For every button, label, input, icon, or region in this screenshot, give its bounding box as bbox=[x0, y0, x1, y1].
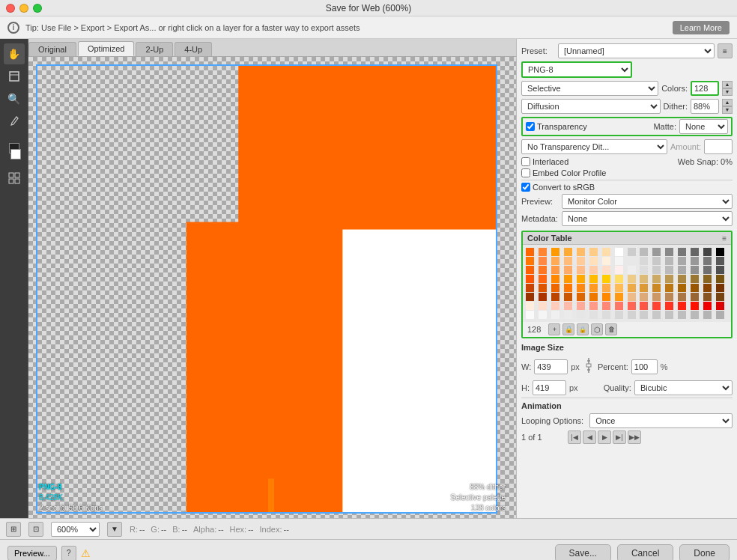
color-swatch-10[interactable] bbox=[652, 248, 661, 256]
amount-input[interactable] bbox=[704, 139, 733, 154]
color-swatch-109[interactable] bbox=[691, 302, 699, 310]
color-swatch-58[interactable] bbox=[652, 275, 661, 283]
color-swatch-60[interactable] bbox=[678, 275, 686, 283]
color-swatch-87[interactable] bbox=[615, 293, 623, 301]
interlaced-label[interactable]: Interlaced bbox=[521, 157, 568, 166]
color-swatch-52[interactable] bbox=[577, 275, 585, 283]
convert-srgb-label[interactable]: Convert to sRGB bbox=[521, 183, 595, 192]
delete-color-icon[interactable]: 🗑 bbox=[605, 323, 617, 335]
lock-color-icon[interactable]: 🔒 bbox=[562, 323, 574, 335]
color-swatch-36[interactable] bbox=[577, 266, 585, 274]
color-swatch-42[interactable] bbox=[652, 266, 661, 274]
close-button[interactable] bbox=[6, 4, 15, 13]
new2-color-icon[interactable]: ⬡ bbox=[591, 323, 603, 335]
color-swatch-75[interactable] bbox=[665, 284, 673, 292]
percent-input[interactable] bbox=[631, 359, 658, 374]
color-swatch-4[interactable] bbox=[577, 248, 585, 256]
color-swatch-77[interactable] bbox=[691, 284, 699, 292]
color-swatch-48[interactable] bbox=[526, 275, 534, 283]
color-swatch-122[interactable] bbox=[652, 311, 661, 319]
color-swatch-89[interactable] bbox=[640, 293, 648, 301]
color-swatch-11[interactable] bbox=[665, 248, 673, 256]
color-swatch-95[interactable] bbox=[716, 293, 724, 301]
metadata-select[interactable]: None bbox=[562, 211, 733, 226]
color-swatch-117[interactable] bbox=[589, 311, 598, 319]
zoom-tool[interactable]: 🔍 bbox=[4, 88, 25, 109]
color-swatch-64[interactable] bbox=[526, 284, 534, 292]
color-swatch-35[interactable] bbox=[564, 266, 572, 274]
color-swatch-85[interactable] bbox=[589, 293, 598, 301]
color-swatch-97[interactable] bbox=[539, 302, 547, 310]
matte-select[interactable]: None bbox=[679, 119, 728, 134]
color-swatch-23[interactable] bbox=[615, 257, 623, 265]
color-swatch-12[interactable] bbox=[678, 248, 686, 256]
color-swatch-55[interactable] bbox=[615, 275, 623, 283]
color-swatch-19[interactable] bbox=[564, 257, 572, 265]
color-swatch-24[interactable] bbox=[628, 257, 636, 265]
no-transparency-select[interactable]: No Transparency Dit... bbox=[521, 139, 667, 154]
color-swatch-124[interactable] bbox=[678, 311, 686, 319]
color-swatch-99[interactable] bbox=[564, 302, 572, 310]
color-swatch-7[interactable] bbox=[615, 248, 623, 256]
color-swatch-13[interactable] bbox=[691, 248, 699, 256]
slice-select-tool[interactable] bbox=[4, 66, 25, 87]
color-swatch-29[interactable] bbox=[691, 257, 699, 265]
color-swatch-53[interactable] bbox=[589, 275, 598, 283]
prev-frame-button[interactable]: ◀ bbox=[583, 430, 596, 444]
tab-2up[interactable]: 2-Up bbox=[136, 42, 173, 56]
color-swatch-9[interactable] bbox=[640, 248, 648, 256]
color-swatch-3[interactable] bbox=[564, 248, 572, 256]
maximize-button[interactable] bbox=[33, 4, 42, 13]
color-swatch-65[interactable] bbox=[539, 284, 547, 292]
looping-select[interactable]: Once bbox=[589, 413, 733, 428]
color-swatch-5[interactable] bbox=[589, 248, 598, 256]
save-button[interactable]: Save... bbox=[555, 544, 611, 561]
color-swatch-104[interactable] bbox=[628, 302, 636, 310]
color-swatch-22[interactable] bbox=[602, 257, 610, 265]
transparency-checkbox[interactable] bbox=[526, 122, 535, 131]
width-input[interactable] bbox=[534, 359, 568, 374]
color-swatch-16[interactable] bbox=[526, 257, 534, 265]
preview-action-button[interactable]: Preview... bbox=[7, 546, 57, 561]
color-swatch-72[interactable] bbox=[628, 284, 636, 292]
color-swatch[interactable] bbox=[4, 141, 25, 162]
color-swatch-32[interactable] bbox=[526, 266, 534, 274]
color-swatch-121[interactable] bbox=[640, 311, 648, 319]
color-swatch-116[interactable] bbox=[577, 311, 585, 319]
color-swatch-73[interactable] bbox=[640, 284, 648, 292]
color-table-grid[interactable] bbox=[523, 245, 731, 322]
color-swatch-108[interactable] bbox=[678, 302, 686, 310]
color-swatch-63[interactable] bbox=[716, 275, 724, 283]
color-swatch-106[interactable] bbox=[652, 302, 661, 310]
color-swatch-59[interactable] bbox=[665, 275, 673, 283]
toggle-view[interactable] bbox=[4, 168, 25, 189]
color-swatch-113[interactable] bbox=[539, 311, 547, 319]
color-swatch-66[interactable] bbox=[551, 284, 559, 292]
format-select[interactable]: PNG-8 bbox=[521, 61, 632, 78]
hand-tool[interactable]: ✋ bbox=[4, 43, 25, 64]
color-swatch-80[interactable] bbox=[526, 293, 534, 301]
color-swatch-28[interactable] bbox=[678, 257, 686, 265]
learn-more-button[interactable]: Learn More bbox=[673, 21, 730, 34]
color-swatch-61[interactable] bbox=[691, 275, 699, 283]
play-button[interactable]: ▶ bbox=[598, 430, 611, 444]
interlaced-checkbox[interactable] bbox=[521, 157, 530, 166]
status-icon-1[interactable]: ⊞ bbox=[6, 522, 21, 537]
color-swatch-86[interactable] bbox=[602, 293, 610, 301]
color-swatch-14[interactable] bbox=[703, 248, 712, 256]
color-swatch-83[interactable] bbox=[564, 293, 572, 301]
color-swatch-92[interactable] bbox=[678, 293, 686, 301]
color-swatch-1[interactable] bbox=[539, 248, 547, 256]
color-swatch-70[interactable] bbox=[602, 284, 610, 292]
color-swatch-112[interactable] bbox=[526, 311, 534, 319]
end-frame-button[interactable]: ▶▶ bbox=[628, 430, 641, 444]
color-swatch-100[interactable] bbox=[577, 302, 585, 310]
color-swatch-44[interactable] bbox=[678, 266, 686, 274]
preset-select[interactable]: [Unnamed] bbox=[558, 43, 715, 58]
preview-select[interactable]: Monitor Color bbox=[562, 194, 733, 209]
color-swatch-47[interactable] bbox=[716, 266, 724, 274]
minimize-button[interactable] bbox=[19, 4, 28, 13]
color-swatch-119[interactable] bbox=[615, 311, 623, 319]
done-button[interactable]: Done bbox=[679, 544, 730, 561]
color-swatch-62[interactable] bbox=[703, 275, 712, 283]
